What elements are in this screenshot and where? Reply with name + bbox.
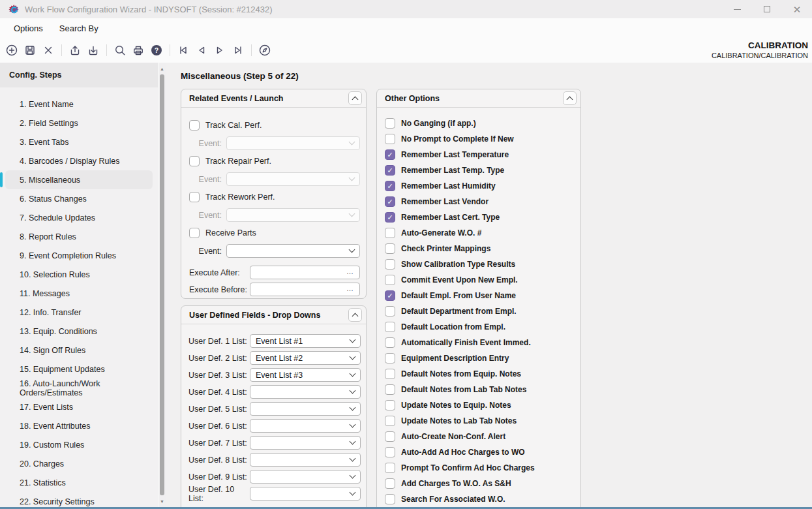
sidebar-step-list: 1. Event Name 2. Field Settings 3. Event… — [0, 87, 158, 509]
chevron-down-icon — [350, 455, 356, 462]
checkbox[interactable] — [385, 337, 395, 348]
sidebar-step-item[interactable]: 17. Event Lists — [5, 397, 153, 416]
checkbox[interactable] — [385, 290, 395, 301]
scroll-down-icon[interactable]: ▼ — [158, 497, 166, 506]
event-dropdown[interactable] — [226, 208, 360, 222]
sidebar-step-item[interactable]: 18. Event Attributes — [5, 416, 153, 435]
add-icon[interactable] — [5, 43, 19, 57]
checkbox[interactable] — [385, 259, 395, 270]
checkbox[interactable] — [385, 118, 395, 129]
checkbox[interactable] — [385, 243, 395, 254]
checkbox[interactable] — [385, 165, 395, 176]
user-defined-fields-panel: User Defined Fields - Drop Downs User De… — [181, 305, 367, 507]
navigate-icon[interactable] — [258, 43, 272, 57]
user-def-dropdown[interactable]: Event List #2 — [250, 351, 361, 365]
first-icon[interactable] — [176, 43, 190, 57]
sidebar-step-item[interactable]: 10. Selection Rules — [5, 265, 153, 284]
user-def-dropdown[interactable] — [250, 385, 361, 399]
checkbox[interactable] — [189, 120, 200, 131]
minimize-button[interactable] — [722, 0, 752, 18]
checkbox[interactable] — [189, 228, 200, 238]
checkbox[interactable] — [189, 156, 200, 166]
checkbox[interactable] — [385, 463, 395, 473]
maximize-button[interactable] — [752, 0, 782, 18]
checkbox[interactable] — [385, 322, 395, 332]
event-dropdown[interactable] — [226, 172, 360, 186]
user-def-dropdown[interactable] — [250, 470, 361, 484]
user-def-dropdown[interactable] — [250, 419, 361, 433]
checkbox[interactable] — [385, 228, 395, 238]
sidebar-scrollbar[interactable]: ▲ ▼ — [158, 63, 166, 507]
user-def-dropdown[interactable] — [250, 402, 361, 416]
menu-item[interactable]: Options — [14, 23, 43, 33]
delete-icon[interactable] — [41, 43, 55, 57]
checkbox[interactable] — [385, 275, 395, 285]
collapse-panel-button[interactable] — [563, 91, 577, 105]
last-icon[interactable] — [231, 43, 245, 57]
sidebar-step-item[interactable]: 8. Report Rules — [5, 227, 153, 246]
sidebar-step-item[interactable]: 19. Custom Rules — [5, 435, 153, 454]
checkbox[interactable] — [385, 494, 395, 504]
sidebar-step-item[interactable]: 7. Schedule Updates — [5, 208, 153, 227]
user-def-dropdown[interactable] — [250, 453, 361, 467]
execute-input[interactable]: … — [250, 283, 360, 296]
scroll-up-icon[interactable]: ▲ — [158, 64, 166, 73]
search-icon[interactable] — [113, 43, 127, 57]
sidebar-step-item[interactable]: 4. Barcodes / Display Rules — [5, 151, 153, 170]
help-icon[interactable]: ? — [149, 43, 164, 57]
option-row: Default Department from Empl. — [385, 303, 574, 319]
event-dropdown[interactable] — [226, 244, 360, 258]
sidebar-step-item[interactable]: 20. Charges — [5, 454, 153, 473]
sidebar-step-item[interactable]: 16. Auto-Launch/Work Orders/Estimates — [5, 378, 153, 397]
checkbox[interactable] — [385, 196, 395, 207]
sidebar-step-item[interactable]: 1. Event Name — [5, 95, 153, 114]
sidebar-step-item[interactable]: 22. Security Settings — [5, 492, 153, 509]
sidebar-step-item[interactable]: 6. Status Changes — [5, 189, 153, 208]
checkbox[interactable] — [385, 134, 395, 144]
sidebar-step-item[interactable]: 12. Info. Transfer — [5, 303, 153, 322]
checkbox[interactable] — [385, 181, 395, 191]
user-def-dropdown[interactable] — [250, 436, 361, 450]
scrollbar-thumb[interactable] — [160, 74, 164, 495]
sidebar-step-item[interactable]: 14. Sign Off Rules — [5, 341, 153, 360]
menu-item[interactable]: Search By — [59, 23, 98, 33]
app-window: Work Flow Configuration Wizard - INDYSOF… — [0, 0, 812, 509]
next-icon[interactable] — [213, 43, 227, 57]
checkbox[interactable] — [385, 400, 395, 410]
export-icon[interactable] — [68, 43, 82, 57]
sidebar-step-label: 22. Security Settings — [20, 497, 95, 506]
event-dropdown[interactable] — [226, 136, 360, 150]
previous-icon[interactable] — [194, 43, 209, 57]
checkbox[interactable] — [385, 212, 395, 223]
checkbox[interactable] — [385, 431, 395, 442]
checkbox[interactable] — [385, 149, 395, 160]
sidebar-step-item[interactable]: 21. Statistics — [5, 473, 153, 492]
checkbox[interactable] — [385, 416, 395, 426]
user-def-dropdown[interactable]: Event List #1 — [250, 334, 361, 348]
sidebar-step-item[interactable]: 11. Messages — [5, 284, 153, 303]
sidebar-step-item[interactable]: 13. Equip. Conditions — [5, 322, 153, 341]
checkbox[interactable] — [385, 478, 395, 489]
checkbox[interactable] — [385, 384, 395, 395]
collapse-panel-button[interactable] — [348, 91, 362, 105]
close-button[interactable]: ✕ — [782, 0, 812, 18]
checkbox[interactable] — [385, 447, 395, 457]
execute-input[interactable]: … — [250, 266, 360, 279]
sidebar-step-label: 6. Status Changes — [20, 194, 87, 204]
print-icon[interactable] — [131, 43, 145, 57]
sidebar-step-item[interactable]: 15. Equipment Updates — [5, 360, 153, 378]
chevron-down-icon — [350, 489, 356, 496]
save-icon[interactable] — [23, 43, 37, 57]
checkbox[interactable] — [189, 192, 200, 202]
sidebar-step-item[interactable]: 2. Field Settings — [5, 114, 153, 132]
sidebar-step-item[interactable]: 3. Event Tabs — [5, 132, 153, 151]
collapse-panel-button[interactable] — [348, 308, 362, 322]
sidebar-step-item[interactable]: 9. Event Completion Rules — [5, 246, 153, 265]
checkbox[interactable] — [385, 353, 395, 363]
sidebar-step-item[interactable]: 5. Miscellaneous — [5, 170, 153, 189]
user-def-dropdown[interactable] — [250, 487, 361, 501]
user-def-dropdown[interactable]: Event List #3 — [250, 368, 361, 382]
import-icon[interactable] — [86, 43, 100, 57]
checkbox[interactable] — [385, 306, 395, 316]
checkbox[interactable] — [385, 369, 395, 379]
